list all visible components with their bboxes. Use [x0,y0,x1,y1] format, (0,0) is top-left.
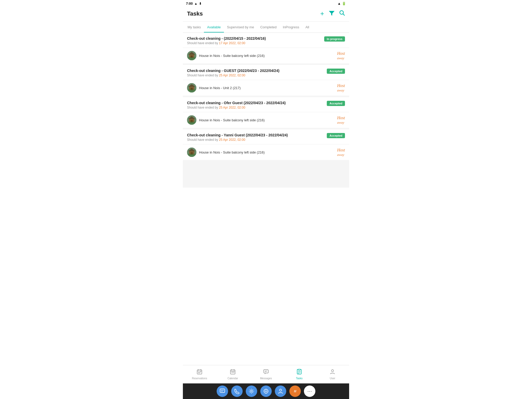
property-name: House in Nois - Suite balcony left side … [199,54,265,58]
tab-supervised[interactable]: Supervised by me [224,22,257,32]
tab-available[interactable]: Available [204,22,224,32]
dock-compass-button[interactable] [260,385,272,397]
property-avatar [187,148,196,157]
svg-rect-38 [264,370,268,373]
property-avatar-image [187,83,196,92]
hostaway-logo: Hostaway [337,148,345,157]
page-title: Tasks [187,10,203,17]
svg-marker-0 [329,11,335,16]
status-badge: In progress [324,36,345,42]
task-deadline: Should have ended by 17 Apr 2022, 02:00 [187,41,266,45]
task-tabs: My tasks Available Supervised by me Comp… [183,22,349,33]
hostaway-logo: Hostaway [337,51,345,60]
task-card-bottom: House in Nois - Suite balcony left side … [183,48,349,63]
header-actions: + [320,10,345,18]
status-bar: 7:00 ▲ ⬇ ▲ 🔋 [183,0,349,7]
task-card-bottom: House in Nois - Unit 2 (217) Hostaway [183,80,349,96]
task-deadline: Should have ended by 25 Apr 2022, 02:00 [187,106,286,109]
status-icon-down: ⬇ [199,2,202,5]
property-info: House in Nois - Suite balcony left side … [187,115,265,125]
tasks-icon [296,369,302,376]
svg-rect-14 [187,89,196,92]
property-info: House in Nois - Unit 2 (217) [187,83,241,92]
property-info: House in Nois - Suite balcony left side … [187,148,265,157]
svg-rect-47 [220,389,225,393]
nav-reservations[interactable]: Reservations [183,368,216,381]
property-avatar [187,115,196,125]
header: Tasks + [183,7,349,22]
property-name: House in Nois - Suite balcony left side … [199,118,265,122]
svg-rect-26 [187,154,196,157]
task-card-bottom: House in Nois - Suite balcony left side … [183,112,349,128]
nav-reservations-label: Reservations [192,377,207,380]
dock-settings-button[interactable] [246,385,257,397]
user-icon [330,369,335,376]
status-left: 7:00 ▲ ⬇ [186,2,202,5]
task-card-top: Check-out cleaning - Yanni Guest (2022/0… [183,129,349,144]
property-name: House in Nois - Unit 2 (217) [199,86,241,90]
nav-calendar-label: Calendar [228,377,238,380]
svg-rect-35 [231,372,232,373]
svg-point-55 [280,389,282,391]
task-deadline-date: 17 Apr 2022, 02:00 [219,41,245,45]
property-avatar [187,51,196,60]
property-avatar-image [187,51,196,60]
task-card[interactable]: Check-out cleaning - Ofer Guest (2022/04… [183,97,349,128]
dock-chat-button[interactable] [217,385,228,397]
status-icon-a: ▲ [194,2,197,5]
task-title: Check-out cleaning - Ofer Guest (2022/04… [187,101,286,105]
reservations-icon [197,369,202,376]
task-title: Check-out cleaning - GUEST (2022/04/23 -… [187,69,280,73]
status-badge: Accepted [327,101,345,106]
property-avatar [187,83,196,92]
task-card[interactable]: Check-out cleaning - (2022/04/15 - 2022/… [183,33,349,63]
hostaway-logo: Hostaway [337,83,345,92]
wifi-icon: ▲ [337,2,341,5]
task-info: Check-out cleaning - (2022/04/15 - 2022/… [187,36,266,45]
status-right: ▲ 🔋 [337,2,346,5]
messages-icon [263,369,269,376]
task-deadline-date: 25 Apr 2022, 02:00 [219,106,245,109]
svg-rect-37 [234,372,234,373]
nav-calendar[interactable]: Calendar [216,368,249,381]
svg-rect-27 [197,370,202,374]
property-avatar-image [187,115,196,125]
task-info: Check-out cleaning - Yanni Guest (2022/0… [187,133,288,142]
svg-point-46 [331,370,334,372]
nav-messages[interactable]: Messages [249,368,283,381]
dock-hostaway-button[interactable]: H [289,385,301,397]
task-card-top: Check-out cleaning - GUEST (2022/04/23 -… [183,65,349,80]
dock-phone-button[interactable] [231,385,243,397]
bottom-nav: Reservations Calendar Messages [183,365,349,383]
filter-button[interactable] [329,10,335,17]
nav-tasks[interactable]: Tasks [283,368,316,381]
nav-user[interactable]: User [316,368,349,381]
svg-rect-8 [187,57,196,60]
property-avatar-image [187,148,196,157]
task-deadline: Should have ended by 25 Apr 2022, 02:00 [187,138,288,142]
status-badge: Accepted [327,133,345,138]
task-card-top: Check-out cleaning - Ofer Guest (2022/04… [183,97,349,112]
task-card[interactable]: Check-out cleaning - Yanni Guest (2022/0… [183,129,349,160]
task-card-bottom: House in Nois - Suite balcony left side … [183,144,349,160]
svg-rect-20 [187,122,196,125]
tab-inprogress[interactable]: InProgress [280,22,302,32]
task-info: Check-out cleaning - GUEST (2022/04/23 -… [187,69,280,77]
task-info: Check-out cleaning - Ofer Guest (2022/04… [187,101,286,109]
status-badge: Accepted [327,69,345,74]
task-card-top: Check-out cleaning - (2022/04/15 - 2022/… [183,33,349,48]
dock-grid-button[interactable]: ⋯ [304,385,315,397]
task-deadline-date: 25 Apr 2022, 02:00 [219,138,245,142]
svg-line-2 [343,14,344,15]
dock-person-button[interactable] [275,385,286,397]
tab-completed[interactable]: Completed [257,22,280,32]
task-card[interactable]: Check-out cleaning - GUEST (2022/04/23 -… [183,65,349,96]
task-title: Check-out cleaning - Yanni Guest (2022/0… [187,133,288,137]
svg-point-54 [265,391,267,392]
add-task-button[interactable]: + [320,10,324,18]
tab-all[interactable]: All [302,22,312,32]
tab-my-tasks[interactable]: My tasks [184,22,204,32]
search-button[interactable] [339,10,345,17]
task-title: Check-out cleaning - (2022/04/15 - 2022/… [187,36,266,41]
task-deadline: Should have ended by 25 Apr 2022, 02:00 [187,74,280,77]
